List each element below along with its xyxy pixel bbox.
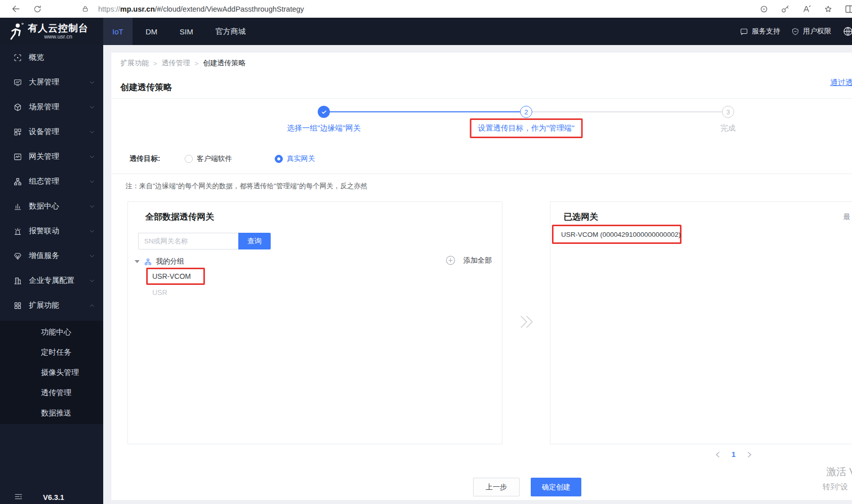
radio-real-gateway[interactable] [275,155,283,163]
tab-mall[interactable]: 官方商城 [206,18,255,45]
submenu-item-passthrough-mgmt[interactable]: 透传管理 [0,383,103,403]
submenu-item-scheduled-tasks[interactable]: 定时任务 [0,342,103,362]
group-label[interactable]: 我的分组 [156,257,184,266]
url-lock-icon[interactable] [81,5,89,13]
sidebar-item-label: 扩展功能 [29,301,82,310]
step-2-label: 设置透传目标，作为"管理端" [478,123,575,132]
tab-iot[interactable]: IoT [103,18,133,45]
brand[interactable]: 有人云控制台 www.usr.cn [0,18,103,45]
service-support-label: 服务支持 [752,27,780,36]
split-screen-icon[interactable] [845,5,852,14]
scene-icon [13,103,22,112]
sidebar: 概览 大屏管理 场景管理 设备管理 网关管理 [0,45,103,504]
nav-tabs: IoT DM SIM 官方商城 [103,18,255,45]
read-aloud-icon[interactable] [802,4,812,14]
sidebar-item-enterprise-config[interactable]: 企业专属配置 [0,268,103,293]
sidebar-item-value-added[interactable]: 增值服务 [0,243,103,268]
scada-icon [13,177,22,186]
sidebar-item-gateway-mgmt[interactable]: 网关管理 [0,144,103,169]
main-content: 扩展功能 > 透传管理 > 创建透传策略 通过透传 创建透传策略 2 3 选择一… [103,45,852,504]
sidebar-item-device-mgmt[interactable]: 设备管理 [0,119,103,144]
browser-refresh-icon[interactable] [33,5,42,14]
browser-back-icon[interactable] [11,4,21,14]
brand-title: 有人云控制台 [28,23,89,33]
favorite-star-icon[interactable] [824,5,833,14]
check-icon [321,109,327,115]
sidebar-item-label: 数据中心 [29,201,82,211]
brand-subtitle: www.usr.cn [28,33,89,40]
globe-icon[interactable] [842,26,852,37]
sidebar-item-scene-mgmt[interactable]: 场景管理 [0,95,103,119]
circle-plus-icon [445,255,456,266]
search-button[interactable]: 查询 [238,233,271,249]
step-2-circle: 2 [520,106,532,118]
breadcrumb-extend[interactable]: 扩展功能 [120,59,149,68]
annotation-box-gateway: USR-VCOM [146,268,205,285]
step-3-number: 3 [726,108,730,116]
sidebar-item-overview[interactable]: 概览 [0,45,103,70]
add-all-button[interactable]: 添加全部 [445,255,492,266]
submenu-item-camera-mgmt[interactable]: 摄像头管理 [0,362,103,383]
stepper-line-done [330,111,520,112]
shield-icon [791,27,799,36]
note-text: 注：来自"边缘端"的每个网关的数据，都将透传给"管理端"的每个网关，反之亦然 [125,182,367,191]
chevron-down-icon [89,278,95,284]
all-gateways-panel: 全部数据透传网关 查询 我的分组 [127,201,502,444]
user-permission-label: 用户权限 [803,27,831,36]
submenu-item-function-center[interactable]: 功能中心 [0,322,103,342]
confirm-create-button[interactable]: 确定创建 [531,478,581,496]
body-row: 概览 大屏管理 场景管理 设备管理 网关管理 [0,45,852,504]
tree-expander-icon[interactable] [135,260,140,263]
tab-dm[interactable]: DM [137,18,166,45]
grid-icon [13,301,22,310]
screen-icon [13,78,22,87]
page-prev-icon[interactable] [715,451,720,458]
sidebar-collapse-icon[interactable] [14,493,23,500]
radio-client-software[interactable] [185,155,193,163]
version-label: V6.3.1 [43,493,64,501]
device-icon [13,128,22,137]
selected-gateway-item[interactable]: USR-VCOM (00004291000000000002) [561,231,680,238]
browser-bar: https://mp.usr.cn/#/cloud/extend/ViewAdd… [0,0,852,18]
radio-gateway-label[interactable]: 真实网关 [287,154,315,163]
screen: https://mp.usr.cn/#/cloud/extend/ViewAdd… [0,0,852,504]
sidebar-item-label: 场景管理 [29,102,82,112]
sidebar-item-label: 报警联动 [29,226,82,236]
step-2-number: 2 [524,108,528,116]
password-key-icon[interactable] [781,5,790,14]
gateway-search-input[interactable] [138,233,238,249]
page-next-icon[interactable] [747,451,752,458]
gateway-item-usr-vcom[interactable]: USR-VCOM [152,272,191,280]
gateway-item-usr[interactable]: USR [152,288,167,297]
annotation-box-selected: USR-VCOM (00004291000000000002) [552,225,681,244]
radio-client-label[interactable]: 客户端软件 [197,154,232,163]
chevron-down-icon [89,253,95,259]
sidebar-item-alarm-linkage[interactable]: 报警联动 [0,219,103,243]
sidebar-item-extend-functions[interactable]: 扩展功能 [0,293,103,318]
url-path: /#/cloud/extend/ViewAddPassthroughStrate… [155,5,304,13]
passthrough-mode-link[interactable]: 通过透传 [830,78,852,88]
address-bar[interactable]: https://mp.usr.cn/#/cloud/extend/ViewAdd… [98,5,304,13]
sidebar-item-label: 大屏管理 [29,77,82,87]
extend-submenu: 功能中心 定时任务 摄像头管理 透传管理 数据推送 [0,321,103,424]
previous-step-button[interactable]: 上一步 [473,478,520,496]
header-right: 服务支持 用户权限 [740,18,852,45]
sidebar-item-data-center[interactable]: 数据中心 [0,194,103,219]
gateway-icon [13,152,22,161]
app-header: 有人云控制台 www.usr.cn IoT DM SIM 官方商城 服务支持 用… [0,18,852,45]
usr-logo-icon [8,22,24,40]
sidebar-item-scada-mgmt[interactable]: 组态管理 [0,169,103,194]
user-permission-link[interactable]: 用户权限 [791,27,831,36]
breadcrumb-current: 创建透传策略 [203,59,245,68]
target-label: 透传目标: [130,154,160,163]
service-support-link[interactable]: 服务支持 [740,27,780,36]
bar-chart-icon [13,202,22,211]
sidebar-item-screen-mgmt[interactable]: 大屏管理 [0,70,103,95]
breadcrumb-passthrough[interactable]: 透传管理 [162,59,190,68]
sidebar-item-label: 网关管理 [29,152,82,161]
submenu-item-data-push[interactable]: 数据推送 [0,403,103,423]
tab-sim[interactable]: SIM [171,18,202,45]
target-icon[interactable] [759,5,769,14]
page-number[interactable]: 1 [732,450,736,458]
main-card: 扩展功能 > 透传管理 > 创建透传策略 通过透传 创建透传策略 2 3 选择一… [111,53,852,500]
